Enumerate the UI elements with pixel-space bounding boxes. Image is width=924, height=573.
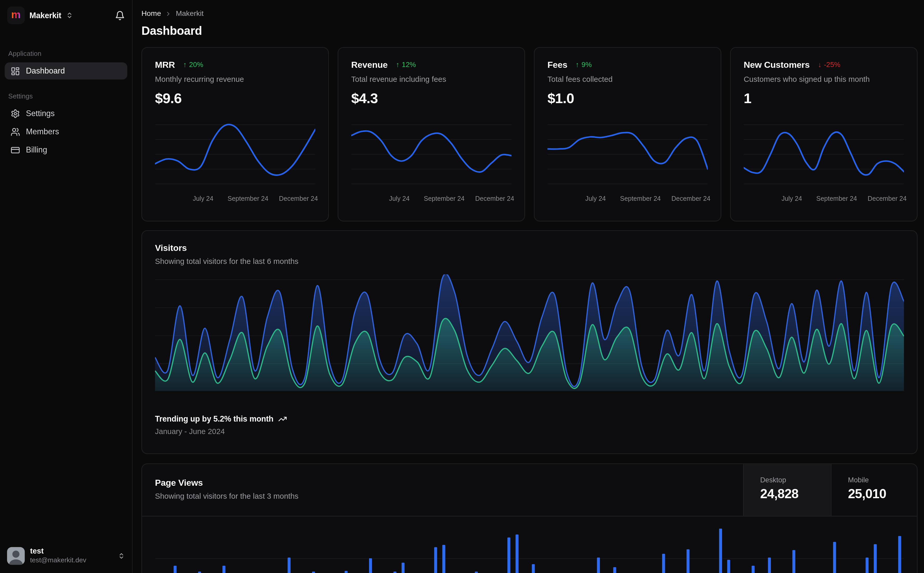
stat-card-new-customers: New Customers ↓-25% Customers who signed… — [730, 47, 918, 221]
new-customers-sparkline-chart — [744, 121, 904, 188]
workspace-name: Makerkit — [29, 11, 61, 20]
trend-badge-down: ↓-25% — [818, 60, 840, 69]
x-axis-ticks: July 24September 24December 24 — [155, 195, 315, 203]
nav-group-label: Application — [8, 50, 124, 57]
page-views-header: Page Views Showing total visitors for th… — [142, 464, 917, 517]
page-views-description: Showing total visitors for the last 3 mo… — [155, 492, 730, 501]
visitors-date-range: January - June 2024 — [155, 427, 904, 436]
visitors-card: Visitors Showing total visitors for the … — [141, 230, 918, 454]
stat-description: Total fees collected — [547, 75, 708, 84]
sidebar-item-dashboard[interactable]: Dashboard — [5, 62, 127, 80]
x-axis-ticks: July 24September 24December 24 — [547, 195, 708, 203]
nav-group-label: Settings — [8, 92, 124, 100]
x-axis-ticks: July 24September 24December 24 — [744, 195, 904, 203]
arrow-up-icon: ↑ — [183, 60, 187, 69]
stat-title: MRR — [155, 59, 175, 70]
scaled-viewport: m Makerkit Application Dashboard Setting… — [0, 0, 924, 573]
breadcrumb-home-link[interactable]: Home — [141, 9, 161, 18]
workspace-selector[interactable]: m Makerkit — [5, 6, 127, 24]
stat-value: $9.6 — [155, 90, 315, 106]
credit-card-icon — [11, 145, 20, 155]
visitors-description: Showing total visitors for the last 6 mo… — [155, 257, 904, 266]
sidebar: m Makerkit Application Dashboard Setting… — [0, 0, 133, 573]
gear-icon — [11, 108, 20, 118]
user-meta: test test@makerkit.dev — [30, 547, 86, 564]
arrow-up-icon: ↑ — [576, 60, 579, 69]
sidebar-item-settings[interactable]: Settings — [5, 105, 127, 122]
nav-group-settings: Settings Settings Members Billing — [5, 92, 127, 158]
breadcrumb-current: Makerkit — [176, 9, 204, 18]
chevrons-up-down-icon — [118, 553, 125, 559]
tab-mobile[interactable]: Mobile 25,010 — [831, 464, 917, 516]
stat-title: Fees — [547, 59, 567, 70]
visitors-title: Visitors — [155, 243, 904, 253]
sidebar-item-label: Members — [26, 127, 59, 136]
arrow-down-icon: ↓ — [818, 60, 822, 69]
trending-up-icon — [278, 415, 287, 423]
main-content: Home Makerkit Dashboard MRR ↑20% Monthly… — [133, 0, 924, 573]
page-views-bar-chart — [155, 517, 904, 573]
visitors-trend-text: Trending up by 5.2% this month — [155, 415, 273, 423]
visitors-area-chart — [155, 274, 904, 391]
tab-value: 25,010 — [848, 487, 917, 502]
dashboard-icon — [11, 66, 20, 75]
stat-value: 1 — [744, 90, 904, 106]
sidebar-item-label: Billing — [26, 146, 47, 154]
x-axis-ticks: July 24September 24December 24 — [351, 195, 511, 203]
trend-badge-up: ↑20% — [183, 60, 203, 69]
stat-description: Total revenue including fees — [351, 75, 511, 84]
sidebar-item-label: Dashboard — [26, 66, 65, 75]
tab-label: Desktop — [760, 476, 831, 484]
page-title: Dashboard — [141, 24, 918, 38]
stat-value: $4.3 — [351, 90, 511, 106]
sidebar-item-label: Settings — [26, 109, 55, 117]
sidebar-item-billing[interactable]: Billing — [5, 141, 127, 158]
mrr-sparkline-chart — [155, 121, 315, 188]
fees-sparkline-chart — [547, 121, 708, 188]
users-icon — [11, 127, 20, 136]
stat-card-fees: Fees ↑9% Total fees collected $1.0 July … — [534, 47, 721, 221]
tab-label: Mobile — [848, 476, 917, 484]
stat-card-grid: MRR ↑20% Monthly recurring revenue $9.6 … — [141, 47, 918, 221]
makerkit-logo: m — [7, 6, 25, 24]
stat-description: Customers who signed up this month — [744, 75, 904, 84]
user-menu[interactable]: test test@makerkit.dev — [5, 546, 127, 566]
page-views-card: Page Views Showing total visitors for th… — [141, 463, 918, 573]
tab-desktop[interactable]: Desktop 24,828 — [743, 464, 831, 516]
chevrons-up-down-icon — [66, 12, 73, 19]
stat-title: Revenue — [351, 59, 387, 70]
stat-card-revenue: Revenue ↑12% Total revenue including fee… — [337, 47, 525, 221]
stat-title: New Customers — [744, 59, 809, 70]
page-views-title: Page Views — [155, 478, 730, 488]
makerkit-dashboard-app: m Makerkit Application Dashboard Setting… — [0, 0, 924, 573]
visitors-footer: Trending up by 5.2% this month January -… — [155, 415, 904, 436]
arrow-up-icon: ↑ — [396, 60, 400, 69]
trend-badge-up: ↑12% — [396, 60, 416, 69]
stat-description: Monthly recurring revenue — [155, 75, 315, 84]
tab-value: 24,828 — [760, 487, 831, 502]
sidebar-item-members[interactable]: Members — [5, 123, 127, 140]
stat-value: $1.0 — [547, 90, 708, 106]
avatar — [7, 547, 25, 565]
user-email: test@makerkit.dev — [30, 556, 86, 564]
notifications-bell-icon[interactable] — [115, 10, 125, 20]
nav-group-application: Application Dashboard — [5, 50, 127, 80]
revenue-sparkline-chart — [351, 121, 511, 188]
trend-badge-up: ↑9% — [576, 60, 592, 69]
stat-card-mrr: MRR ↑20% Monthly recurring revenue $9.6 … — [141, 47, 329, 221]
breadcrumb: Home Makerkit — [141, 9, 918, 18]
chevron-right-icon — [165, 10, 172, 17]
user-name: test — [30, 547, 86, 556]
